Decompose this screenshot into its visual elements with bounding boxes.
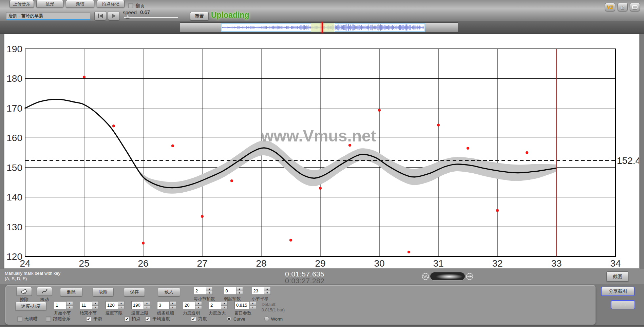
tempo-min-spinner-down-arrow[interactable]: ▼ bbox=[118, 305, 125, 309]
y-tick-label: 140 bbox=[6, 192, 22, 203]
tempo-chart[interactable]: www.Vmus.net152.424252627282930313233341… bbox=[4, 34, 639, 268]
end-measure-spinner-value[interactable]: 11 bbox=[80, 301, 92, 309]
beat-mark-button[interactable]: 拍点标记 bbox=[97, 0, 125, 8]
measure-shift-spinner-value[interactable]: 23 bbox=[252, 287, 264, 295]
line-width-spinner-value[interactable]: 3 bbox=[157, 301, 169, 309]
pickup-beats-spinner-up-arrow[interactable]: ▲ bbox=[236, 287, 243, 291]
beat-point[interactable] bbox=[526, 151, 528, 154]
dynamics-scale-spinner-down-arrow[interactable]: ▼ bbox=[221, 305, 228, 309]
move-squiggle-icon bbox=[40, 288, 49, 294]
tempo-max-spinner-down-arrow[interactable]: ▼ bbox=[144, 305, 150, 309]
beat-point[interactable] bbox=[201, 215, 204, 218]
speed-slider-thumb[interactable] bbox=[126, 15, 130, 18]
flip-page-checkbox[interactable] bbox=[128, 3, 133, 8]
play-button[interactable] bbox=[108, 11, 120, 20]
tempo-min-spinner-value[interactable]: 120 bbox=[106, 301, 118, 309]
waveform-track[interactable] bbox=[180, 22, 458, 33]
beat-point[interactable] bbox=[171, 145, 174, 147]
beats-per-measure-spinner-up-arrow[interactable]: ▲ bbox=[206, 287, 213, 291]
start-measure-spinner-down-arrow[interactable]: ▼ bbox=[66, 305, 73, 309]
start-measure-spinner-up-arrow[interactable]: ▲ bbox=[66, 301, 73, 305]
fullscreen-button[interactable] bbox=[630, 3, 640, 11]
beat-point[interactable] bbox=[437, 124, 440, 127]
ioi-button[interactable]: IOI bbox=[611, 300, 635, 309]
beat-points-checkbox[interactable]: ✓ bbox=[125, 316, 130, 322]
tempo-max-spinner-up-arrow[interactable]: ▲ bbox=[144, 301, 150, 305]
beat-point[interactable] bbox=[83, 76, 86, 78]
window-param-spinner-up-arrow[interactable]: ▲ bbox=[249, 301, 256, 305]
beat-point[interactable] bbox=[348, 144, 351, 147]
dynamics-checkbox[interactable]: ✓ bbox=[191, 316, 196, 322]
smooth-checkbox[interactable]: ✓ bbox=[86, 316, 91, 322]
line-width-spinner-label: 线条粗细 bbox=[157, 310, 176, 316]
beat-points-checkbox-label: 拍点 bbox=[132, 316, 140, 322]
end-measure-spinner-up-arrow[interactable]: ▲ bbox=[92, 301, 99, 305]
beat-point[interactable] bbox=[112, 125, 115, 128]
erase-button[interactable] bbox=[16, 287, 32, 296]
snap-button[interactable]: 吸附 bbox=[93, 288, 114, 296]
curve-radio[interactable] bbox=[227, 316, 231, 321]
no-click-checkbox[interactable] bbox=[17, 316, 22, 322]
follow-music-checkbox-label: 跟随音乐 bbox=[53, 316, 71, 322]
measure-shift-spinner-up-arrow[interactable]: ▲ bbox=[264, 287, 271, 291]
save-button[interactable]: 保存 bbox=[124, 288, 145, 296]
bottom-edge bbox=[0, 325, 644, 327]
dynamics-transparency-spinner-value[interactable]: 20 bbox=[183, 301, 195, 309]
screenshot-button[interactable]: 截图 bbox=[606, 271, 629, 282]
load-button[interactable]: 载入 bbox=[158, 288, 180, 296]
measure-shift-spinner-down-arrow[interactable]: ▼ bbox=[264, 291, 271, 295]
upload-music-button[interactable]: 上传音乐 bbox=[10, 0, 34, 8]
waveform-button[interactable]: 波形 bbox=[36, 0, 63, 8]
end-measure-spinner-down-arrow[interactable]: ▼ bbox=[92, 305, 99, 309]
row1-spinners: 2▲▼每小节拍数0▲▼弱起拍数23▲▼小节平移 bbox=[194, 287, 271, 302]
title-input[interactable] bbox=[6, 12, 90, 20]
line-width-spinner-down-arrow[interactable]: ▼ bbox=[169, 305, 176, 309]
worm-radio[interactable] bbox=[264, 316, 269, 321]
erase-tool[interactable]: 擦除 bbox=[15, 287, 33, 303]
dynamics-scale-spinner-value[interactable]: 2 bbox=[209, 301, 221, 309]
line-width-spinner-up-arrow[interactable]: ▲ bbox=[169, 301, 176, 305]
tempo-max-spinner-value[interactable]: 190 bbox=[131, 301, 144, 309]
beat-point[interactable] bbox=[289, 239, 292, 242]
beat-point[interactable] bbox=[467, 147, 469, 150]
playhead-cursor[interactable] bbox=[322, 22, 323, 33]
volume-slider[interactable] bbox=[430, 272, 465, 280]
start-measure-spinner-label: 开始小节 bbox=[54, 310, 73, 316]
window-param-spinner-down-arrow[interactable]: ▼ bbox=[249, 305, 256, 309]
window-param-spinner-label: 窗口参数 bbox=[234, 310, 256, 316]
start-measure-spinner-value[interactable]: 1 bbox=[54, 301, 66, 309]
average-tempo-checkbox[interactable]: ✓ bbox=[145, 316, 150, 322]
beat-point[interactable] bbox=[142, 242, 145, 245]
beats-per-measure-spinner-value[interactable]: 2 bbox=[194, 287, 206, 295]
dynamics-transparency-spinner-up-arrow[interactable]: ▲ bbox=[195, 301, 202, 305]
follow-music-checkbox[interactable] bbox=[46, 316, 51, 322]
pickup-beats-spinner-down-arrow[interactable]: ▼ bbox=[236, 291, 243, 295]
skip-to-start-button[interactable] bbox=[94, 11, 106, 20]
beat-point[interactable] bbox=[319, 187, 322, 190]
speed-slider-track[interactable] bbox=[124, 17, 178, 18]
delete-button[interactable]: 删除 bbox=[60, 288, 82, 296]
beats-per-measure-spinner-down-arrow[interactable]: ▼ bbox=[206, 291, 213, 295]
dynamics-transparency-spinner-down-arrow[interactable]: ▼ bbox=[195, 305, 202, 309]
waveform-selection[interactable] bbox=[311, 23, 335, 32]
pickup-beats-spinner-value[interactable]: 0 bbox=[224, 287, 236, 295]
beat-point[interactable] bbox=[378, 109, 381, 112]
window-param-spinner-value[interactable]: 0.815 bbox=[234, 301, 249, 309]
x-tick-label: 31 bbox=[433, 258, 443, 268]
reset-button[interactable]: 重置 bbox=[190, 12, 209, 20]
beat-point[interactable] bbox=[408, 251, 410, 253]
tempo-dynamics-button[interactable]: 速度-力度 bbox=[15, 302, 46, 311]
beat-point[interactable] bbox=[230, 179, 233, 182]
dynamics-scale-spinner-up-arrow[interactable]: ▲ bbox=[221, 301, 228, 305]
home-button[interactable]: ⌂ bbox=[618, 3, 628, 11]
spectrum-button[interactable]: 频谱 bbox=[66, 0, 94, 8]
version-badge[interactable]: V2 bbox=[605, 3, 615, 11]
tempo-min-spinner-up-arrow[interactable]: ▲ bbox=[118, 301, 125, 305]
share-screenshot-button[interactable]: 分享截图 bbox=[601, 287, 635, 296]
move-tool[interactable]: 移动 bbox=[36, 287, 53, 303]
control-row-1: 擦除 移动 删除 吸附 保存 载入 2▲▼每小节拍数0▲▼弱起拍数23▲▼小节平… bbox=[15, 287, 271, 303]
tempo-max-spinner-label: 速度上限 bbox=[131, 310, 150, 316]
dynamics-scale-spinner: 2▲▼力度放大 bbox=[209, 301, 228, 316]
move-button[interactable] bbox=[37, 287, 52, 296]
beat-point[interactable] bbox=[496, 209, 499, 212]
